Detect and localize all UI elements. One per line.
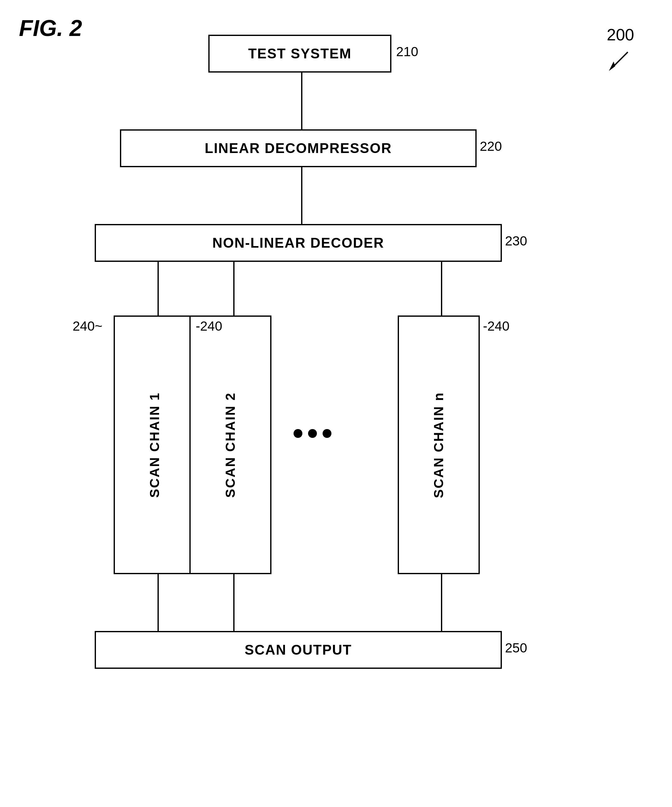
scan-chain-n-label: SCAN CHAIN n	[431, 392, 446, 498]
arrow-chainn-to-output	[437, 574, 446, 638]
scan-output-box: SCAN OUTPUT	[95, 631, 502, 669]
scan-chain-1-ref: 240~	[73, 319, 103, 334]
scan-output-ref: 250	[505, 641, 527, 656]
non-linear-decoder-box: NON-LINEAR DECODER	[95, 224, 502, 262]
scan-chain-n-box: SCAN CHAIN n	[398, 315, 480, 574]
arrow-test-to-linear	[297, 73, 306, 136]
dot-2	[308, 429, 317, 438]
ellipsis-dots	[294, 429, 331, 438]
arrow-chain1-to-output	[154, 574, 163, 638]
arrow-linear-to-nonlinear	[297, 167, 306, 231]
linear-decompressor-ref: 220	[480, 139, 502, 154]
test-system-box: TEST SYSTEM	[208, 35, 391, 73]
scan-chain-2-label: SCAN CHAIN 2	[223, 392, 238, 498]
scan-chain-1-label: SCAN CHAIN 1	[147, 392, 162, 498]
scan-chain-n-ref: -240	[483, 319, 509, 334]
arrow-decoder-to-chain1	[154, 262, 163, 322]
svg-marker-1	[609, 61, 615, 71]
diagram-ref-arrow	[606, 49, 631, 74]
figure-label: FIG. 2	[19, 15, 82, 41]
test-system-ref: 210	[396, 44, 418, 59]
arrow-chain2-to-output	[230, 574, 238, 638]
dot-3	[323, 429, 331, 438]
page: FIG. 2 200 TEST SYSTEM 210 LINEAR DECOMP…	[0, 0, 672, 807]
diagram-ref-number: 200	[607, 25, 634, 44]
non-linear-decoder-ref: 230	[505, 234, 527, 249]
scan-chain-1-box: SCAN CHAIN 1	[114, 315, 196, 574]
scan-chain-2-box: SCAN CHAIN 2	[190, 315, 271, 574]
arrow-decoder-to-chainn	[437, 262, 446, 322]
scan-chain-2-ref: -240	[196, 319, 222, 334]
dot-1	[294, 429, 303, 438]
arrow-decoder-to-chain2	[230, 262, 238, 322]
linear-decompressor-box: LINEAR DECOMPRESSOR	[120, 130, 477, 167]
